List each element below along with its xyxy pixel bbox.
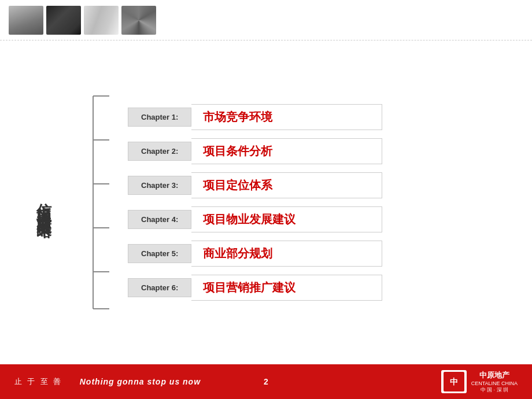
logo-icon-box: 中: [441, 370, 467, 393]
main-content: 信义坂田旧改发展策略 Chapter 1: 市场竞争环境: [0, 40, 532, 364]
logo-main-text: 中原地产: [479, 370, 509, 380]
chapter-row-4: Chapter 4: 项目物业发展建议: [128, 206, 382, 232]
logo-text-wrapper: 中原地产 CENTALINE CHINA 中 国 · 深 圳: [471, 370, 518, 394]
header-image-1: [9, 6, 43, 35]
chapter-5-label: Chapter 5:: [128, 244, 191, 263]
chapter-2-label: Chapter 2:: [128, 142, 191, 161]
chapter-row-2: Chapter 2: 项目条件分析: [128, 138, 382, 164]
chapter-2-title: 项目条件分析: [191, 138, 382, 164]
bracket-svg: [76, 75, 110, 330]
footer: 止 于 至 善 Nothing gonna stop us now 2 中 中原…: [0, 364, 532, 399]
chapter-5-title: 商业部分规划: [191, 241, 382, 267]
chapter-3-title: 项目定位体系: [191, 172, 382, 198]
footer-page-number: 2: [264, 377, 268, 386]
header-image-2: [46, 6, 81, 35]
chapter-row-1: Chapter 1: 市场竞争环境: [128, 104, 382, 130]
centaline-logo-icon: 中: [444, 372, 464, 391]
chapter-3-label: Chapter 3:: [128, 176, 191, 195]
header-image-4: [121, 6, 156, 35]
header-images: [0, 0, 532, 40]
chapter-4-title: 项目物业发展建议: [191, 206, 382, 232]
footer-slogan: Nothing gonna stop us now: [80, 377, 201, 386]
chapters-list: Chapter 1: 市场竞争环境 Chapter 2: 项目条件分析 Chap…: [128, 104, 382, 301]
chapter-1-label: Chapter 1:: [128, 108, 191, 127]
svg-text:中: 中: [450, 377, 458, 386]
logo-sub-text: CENTALINE CHINA: [471, 380, 518, 386]
header-image-3: [84, 6, 119, 35]
chapter-6-label: Chapter 6:: [128, 278, 191, 297]
tree-container: Chapter 1: 市场竞争环境 Chapter 2: 项目条件分析 Chap…: [76, 75, 497, 330]
footer-chinese-text: 止 于 至 善: [14, 376, 62, 387]
footer-logo: 中 中原地产 CENTALINE CHINA 中 国 · 深 圳: [441, 370, 518, 394]
chapter-6-title: 项目营销推广建议: [191, 275, 382, 301]
chapter-1-title: 市场竞争环境: [191, 104, 382, 130]
chapter-4-label: Chapter 4:: [128, 210, 191, 229]
chapter-row-3: Chapter 3: 项目定位体系: [128, 172, 382, 198]
chapter-row-6: Chapter 6: 项目营销推广建议: [128, 275, 382, 301]
logo-sub2-text: 中 国 · 深 圳: [481, 386, 509, 394]
vertical-title: 信义坂田旧改发展策略: [35, 191, 53, 214]
chapter-row-5: Chapter 5: 商业部分规划: [128, 241, 382, 267]
